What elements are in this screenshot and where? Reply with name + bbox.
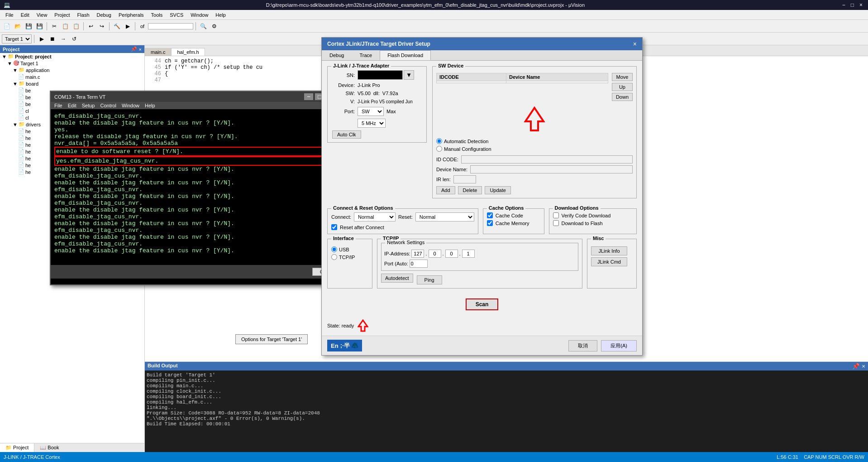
tab-hal-efm-h[interactable]: hal_efm.h [171,48,205,56]
debug-reset-btn[interactable]: ↺ [69,34,79,44]
menu-project[interactable]: Project [51,11,73,19]
redo-btn[interactable]: ↪ [97,21,107,31]
jlink-info-btn[interactable]: JLink Info [591,246,627,255]
new-btn[interactable]: 📄 [2,21,12,31]
maximize-button[interactable]: □ [849,2,856,8]
reset-select[interactable]: Normal Hardware [415,212,474,221]
menu-debug[interactable]: Debug [93,11,115,19]
menu-view[interactable]: View [33,11,51,19]
apply-btn[interactable]: 应用(A) [601,340,637,351]
ip-octet-1[interactable] [411,250,424,258]
max-select[interactable]: 5 MHz [358,119,386,128]
autodetect-btn[interactable]: Autodetect [381,274,413,283]
tab-project[interactable]: 📁 Project [0,443,34,452]
target-label: of [138,24,147,29]
minimize-button[interactable]: − [840,2,847,8]
undo-btn[interactable]: ↩ [86,21,96,31]
update-btn[interactable]: Update [485,186,510,194]
jlink-tab-debug[interactable]: Debug [322,50,352,60]
tree-project[interactable]: ▼ 📁 Project: project [0,53,144,60]
menu-edit[interactable]: Edit [17,11,33,19]
paste-btn[interactable]: 📋 [71,21,81,31]
ip-octet-4[interactable] [462,250,475,258]
debug-start-btn[interactable]: ▶ [37,34,47,44]
tab-book[interactable]: 📖 Book [34,443,64,452]
reset-after-connect-check[interactable] [331,224,337,230]
usb-radio[interactable] [331,246,337,252]
menu-peripherals[interactable]: Peripherals [115,11,148,19]
debug-step-btn[interactable]: → [58,34,68,44]
download-flash-check[interactable] [553,220,559,226]
cut-btn[interactable]: ✂ [49,21,59,31]
menu-flash[interactable]: Flash [74,11,93,19]
reset-label: Reset: [398,214,413,220]
jlink-tab-trace[interactable]: Trace [352,50,380,60]
tcp-ip-group: TCP/IP Network Settings IP-Address: . . … [377,239,582,289]
auto-detect-radio[interactable] [436,138,442,144]
term-menu-help[interactable]: Help [145,103,155,108]
jlink-cmd-btn[interactable]: JLink Cmd [591,257,627,266]
run-btn[interactable]: ▶ [123,21,133,31]
tcp-ip-radio[interactable] [331,254,337,260]
target-select[interactable]: Target 1 [2,34,32,43]
term-menu-control[interactable]: Control [100,103,116,108]
tree-application[interactable]: ▼ 📁 application [0,67,144,73]
up-btn[interactable]: Up [612,83,633,91]
build-btn[interactable]: 🔨 [112,21,122,31]
menu-tools[interactable]: Tools [148,11,167,19]
sidebar-pin-btn[interactable]: 📌 [131,46,137,52]
sn-dropdown-btn[interactable]: ▼ [404,70,414,80]
cache-code-check[interactable] [487,212,493,218]
terminal-min-btn[interactable]: − [304,93,313,100]
auto-clk-btn[interactable]: Auto Clk [332,130,361,139]
ip-octet-2[interactable] [429,250,441,258]
ping-btn[interactable]: Ping [417,275,442,284]
build-output-pin[interactable]: 📌 [852,363,860,370]
scan-button[interactable]: Scan [466,298,499,310]
connect-select[interactable]: Normal Under Reset [354,212,396,221]
tree-board[interactable]: ▼ 📁 board [0,80,144,87]
settings-btn[interactable]: ⚙ [209,21,219,31]
sidebar-close-btn[interactable]: × [139,46,142,52]
term-menu-window[interactable]: Window [122,103,139,108]
copy-btn[interactable]: 📋 [60,21,70,31]
term-menu-edit[interactable]: Edit [68,103,76,108]
tab-main-c[interactable]: main.c [145,48,171,56]
term-menu-setup[interactable]: Setup [82,103,95,108]
search-btn[interactable]: 🔍 [198,21,208,31]
add-btn[interactable]: Add [436,186,455,194]
open-btn[interactable]: 📂 [13,21,23,31]
jlink-tab-flash-download[interactable]: Flash Download [380,50,431,60]
device-name-input[interactable] [470,165,633,173]
status-bar: J-LINK / J-TRACE Cortex L:56 C:31 CAP NU… [0,452,868,462]
ir-len-row: IR len: [436,175,633,183]
cache-memory-check[interactable] [487,220,493,226]
menu-window[interactable]: Window [187,11,212,19]
build-output-close[interactable]: × [862,363,865,370]
tree-main-c[interactable]: 📄 main.c [0,73,144,80]
tree-target1[interactable]: ▼ 🎯 Target 1 [0,60,144,67]
manual-config-radio[interactable] [436,146,442,152]
ir-len-input[interactable] [453,175,476,183]
close-button[interactable]: × [858,2,864,8]
port-input[interactable] [410,260,428,268]
menu-svcs[interactable]: SVCS [166,11,187,19]
verify-code-check[interactable] [553,212,559,218]
save-all-btn[interactable]: 💾 [34,21,44,31]
port-select[interactable]: SW JTAG [358,107,384,116]
of-input[interactable] [148,23,193,29]
save-btn[interactable]: 💾 [24,21,33,31]
delete-btn[interactable]: Delete [458,186,482,194]
ip-octet-3[interactable] [445,250,458,258]
menu-file[interactable]: File [2,11,17,19]
menu-help[interactable]: Help [212,11,229,19]
move-btn[interactable]: Move [612,73,633,81]
down-btn[interactable]: Down [612,93,633,101]
jlink-close-btn[interactable]: × [633,40,637,48]
term-menu-file[interactable]: File [54,103,62,108]
cancel-btn[interactable]: 取消 [568,340,597,351]
debug-stop-btn[interactable]: ⏹ [48,34,57,44]
sn-input[interactable] [358,70,403,80]
ime-indicator[interactable]: En ;·半 🧥 [327,340,362,351]
idcode-input[interactable] [461,155,633,164]
